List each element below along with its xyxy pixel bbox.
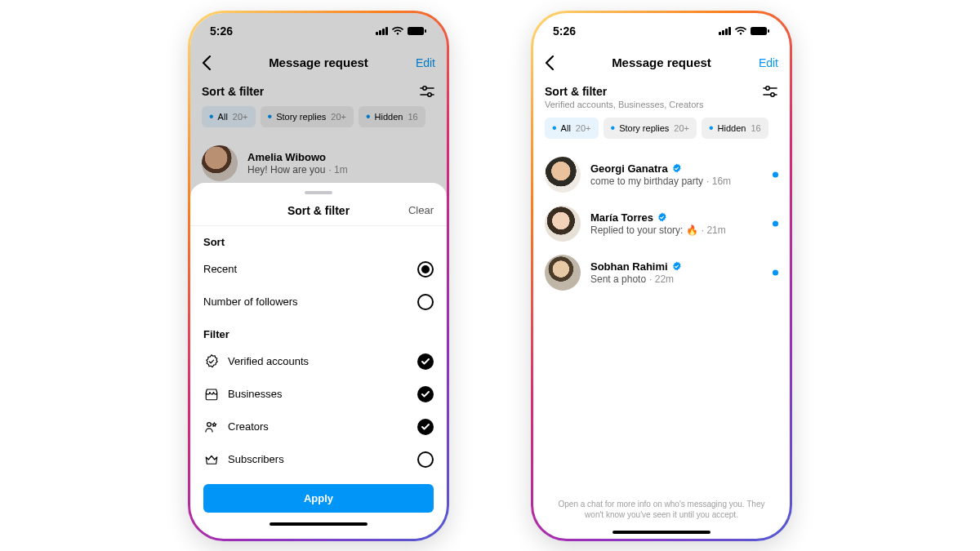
chip-story-replies[interactable]: •Story replies20+ [604, 118, 697, 139]
cellular-icon [719, 27, 731, 35]
message-item[interactable]: Sobhan Rahimi Sent a photo · 22m [533, 248, 790, 297]
sort-option-recent[interactable]: Recent [190, 253, 447, 286]
message-preview: Replied to your story: 🔥 [590, 224, 698, 236]
checkbox-checked-icon [417, 419, 434, 435]
checkbox-checked-icon [417, 353, 434, 370]
filter-option-businesses[interactable]: Businesses [190, 378, 447, 411]
clear-button[interactable]: Clear [408, 204, 434, 216]
filter-icon[interactable] [762, 85, 778, 98]
svg-rect-5 [751, 27, 767, 35]
storefront-icon [203, 387, 220, 402]
status-bar: 5:26 [533, 13, 790, 49]
back-button[interactable] [545, 56, 555, 70]
svg-rect-6 [768, 29, 769, 33]
battery-icon [751, 26, 770, 36]
crown-icon [203, 452, 220, 467]
home-indicator [612, 531, 710, 534]
avatar [545, 157, 581, 193]
sort-section-label: Sort [190, 226, 447, 253]
message-name: Georgi Ganatra [590, 162, 668, 175]
message-item[interactable]: Georgi Ganatra come to my birthday party… [533, 150, 790, 199]
drag-handle[interactable] [305, 191, 332, 194]
filter-option-subscribers[interactable]: Subscribers [190, 443, 447, 476]
filter-chips: •All20+ •Story replies20+ •Hidden16 [533, 111, 790, 147]
radio-selected-icon [417, 261, 434, 278]
avatar [545, 255, 581, 291]
apply-button[interactable]: Apply [203, 484, 434, 513]
svg-point-4 [207, 422, 212, 426]
unread-indicator [773, 269, 778, 275]
sort-filter-subtitle: Verified accounts, Businesses, Creators [545, 100, 703, 109]
message-preview: Sent a photo [590, 273, 646, 285]
message-preview: come to my birthday party [590, 176, 703, 187]
checkbox-checked-icon [417, 386, 434, 402]
phone-frame-left: 5:26 Message request Edit [188, 11, 449, 541]
message-name: Sobhan Rahimi [590, 260, 668, 273]
page-title: Message request [533, 56, 790, 69]
nav-header: Message request Edit [533, 49, 790, 77]
message-list: Georgi Ganatra come to my birthday party… [533, 147, 790, 539]
filter-option-verified[interactable]: Verified accounts [190, 345, 447, 378]
avatar [545, 206, 581, 242]
verified-badge-icon [203, 354, 220, 369]
unread-indicator [773, 171, 778, 177]
edit-button[interactable]: Edit [759, 56, 778, 69]
chip-all[interactable]: •All20+ [545, 118, 599, 139]
svg-point-7 [766, 86, 769, 89]
sort-option-followers[interactable]: Number of followers [190, 286, 447, 318]
verified-icon [657, 212, 667, 223]
verified-icon [671, 163, 682, 174]
chip-hidden[interactable]: •Hidden16 [702, 118, 768, 139]
radio-unselected-icon [417, 294, 434, 310]
filter-option-creators[interactable]: Creators [190, 411, 447, 443]
filter-section-label: Filter [190, 318, 447, 345]
home-indicator [270, 522, 368, 526]
status-time: 5:26 [553, 24, 576, 38]
checkbox-unchecked-icon [417, 451, 434, 468]
creators-icon [203, 420, 220, 434]
wifi-icon [734, 26, 747, 36]
unread-indicator [773, 220, 778, 226]
message-name: María Torres [590, 211, 653, 224]
footer-note: Open a chat for more info on who's messa… [533, 499, 790, 524]
phone-frame-right: 5:26 Message request Edit [531, 11, 792, 541]
message-item[interactable]: María Torres Replied to your story: 🔥 · … [533, 199, 790, 248]
verified-icon [671, 261, 682, 272]
sort-filter-heading: Sort & filter [545, 85, 703, 98]
sheet-title: Sort & filter [287, 204, 350, 217]
sort-filter-sheet: Sort & filter Clear Sort Recent Number o… [190, 183, 447, 539]
svg-point-8 [771, 92, 774, 96]
